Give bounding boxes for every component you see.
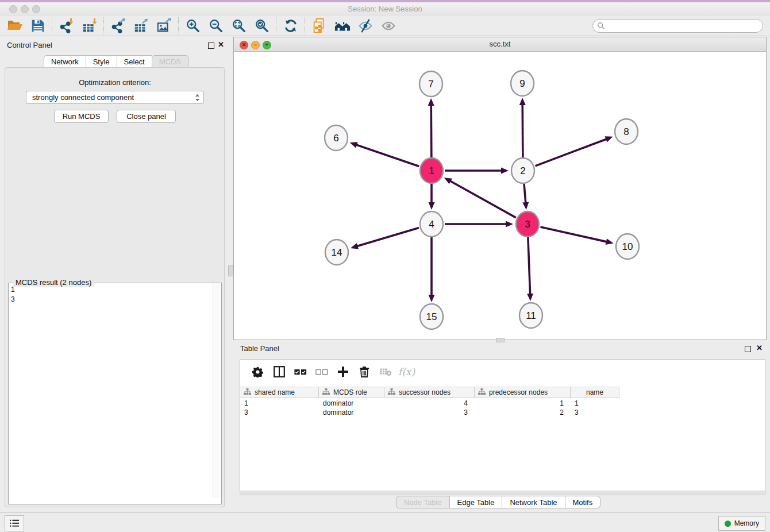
column-header-name[interactable]: name	[571, 387, 619, 398]
refresh-icon	[283, 18, 299, 34]
table-cell[interactable]: dominator	[319, 399, 384, 408]
table-cell[interactable]: 1	[475, 399, 571, 408]
table-settings-button[interactable]	[247, 362, 268, 381]
select-all-columns-button[interactable]	[290, 362, 311, 381]
tab-network-table[interactable]: Network Table	[502, 496, 565, 508]
import-table-button[interactable]	[78, 17, 101, 35]
deselect-all-columns-button[interactable]	[311, 362, 332, 381]
table-rows: 1dominator4113dominator323	[240, 399, 619, 417]
graph-edge-1-6[interactable]	[356, 145, 419, 167]
float-panel-icon[interactable]	[208, 43, 214, 49]
table-cell[interactable]: 2	[475, 408, 571, 417]
criterion-dropdown[interactable]: strongly connected component	[26, 91, 204, 104]
graph-edge-2-8[interactable]	[536, 139, 607, 166]
graph-node-3[interactable]: 3	[516, 211, 539, 237]
graph-edge-3-10[interactable]	[540, 227, 607, 242]
graph-node-11[interactable]: 11	[519, 303, 542, 328]
tab-node-table[interactable]: Node Table	[396, 496, 450, 508]
node-label: 10	[622, 241, 633, 252]
close-window-button[interactable]	[9, 5, 17, 13]
graph-node-8[interactable]: 8	[615, 119, 638, 144]
tab-style[interactable]: Style	[86, 55, 117, 68]
network-window-titlebar[interactable]: ✕ − + scc.txt	[234, 37, 766, 52]
graph-edge-arrowhead	[527, 294, 533, 301]
first-neighbors-button[interactable]	[331, 17, 354, 35]
column-header-predecessor-nodes[interactable]: predecessor nodes	[475, 387, 571, 398]
close-panel-icon[interactable]: ✕	[218, 41, 224, 49]
network-window-title: scc.txt	[234, 37, 766, 51]
column-header-label: predecessor nodes	[489, 388, 548, 396]
open-session-button[interactable]	[3, 17, 26, 35]
table-cell[interactable]: 3	[240, 408, 319, 417]
column-header-MCDS-role[interactable]: MCDS role	[319, 387, 384, 398]
graph-node-2[interactable]: 2	[511, 158, 534, 183]
graph-node-14[interactable]: 14	[325, 240, 348, 265]
search-input[interactable]	[605, 21, 751, 30]
table-cell[interactable]: 1	[571, 399, 619, 408]
network-maximize-button[interactable]: +	[263, 41, 271, 49]
apply-layout-button[interactable]	[279, 17, 302, 35]
tab-select[interactable]: Select	[117, 55, 152, 68]
graph-edge-3-11[interactable]	[528, 237, 530, 295]
graph-edge-3-1[interactable]	[449, 181, 515, 218]
graph-node-1[interactable]: 1	[420, 158, 443, 183]
zoom-in-button[interactable]	[182, 17, 205, 35]
table-cell[interactable]: 3	[571, 408, 619, 417]
graph-edge-1-7[interactable]	[431, 105, 432, 157]
graph-node-4[interactable]: 4	[420, 211, 443, 237]
new-network-from-selection-button[interactable]	[308, 17, 331, 35]
network-minimize-button[interactable]: −	[251, 41, 260, 49]
export-image-button[interactable]	[153, 17, 176, 35]
graph-node-9[interactable]: 9	[511, 71, 534, 96]
zoom-fit-button[interactable]	[228, 17, 251, 35]
open-folder-icon	[6, 17, 24, 34]
tab-edge-table[interactable]: Edge Table	[450, 496, 503, 508]
close-panel-button[interactable]: Close panel	[117, 110, 176, 123]
minimize-window-button[interactable]	[21, 5, 29, 13]
table-cell[interactable]: 4	[384, 399, 475, 408]
table-cell[interactable]: dominator	[319, 408, 384, 417]
table-cell[interactable]: 1	[240, 399, 319, 408]
result-scrollbar[interactable]	[213, 284, 221, 498]
column-header-successor-nodes[interactable]: successor nodes	[384, 387, 475, 398]
export-network-button[interactable]	[107, 17, 130, 35]
tab-motifs[interactable]: Motifs	[565, 496, 601, 508]
graph-node-10[interactable]: 10	[616, 234, 639, 259]
tab-network[interactable]: Network	[44, 55, 86, 68]
task-history-button[interactable]	[5, 515, 24, 531]
zoom-selected-button[interactable]	[251, 17, 274, 35]
graph-edge-4-14[interactable]	[357, 228, 419, 246]
delete-table-icon	[379, 367, 392, 376]
search-field[interactable]	[592, 19, 763, 33]
graph-node-7[interactable]: 7	[419, 71, 442, 97]
table-cell[interactable]: 3	[384, 408, 475, 417]
float-table-panel-icon[interactable]	[745, 346, 751, 352]
tab-mcds[interactable]: MCDS	[152, 55, 188, 68]
graph-node-6[interactable]: 6	[325, 125, 348, 151]
run-mcds-button[interactable]: Run MCDS	[54, 110, 109, 123]
network-canvas[interactable]: 7968124314101511	[234, 52, 766, 340]
graph-node-15[interactable]: 15	[420, 304, 443, 329]
close-table-panel-icon[interactable]: ✕	[756, 344, 763, 352]
node-label: 2	[520, 165, 525, 176]
memory-button[interactable]: Memory	[718, 516, 765, 531]
table-footer-strip	[240, 491, 765, 495]
zoom-out-button[interactable]	[205, 17, 228, 35]
delete-table-button-disabled[interactable]	[375, 362, 396, 381]
column-browser-button[interactable]	[268, 362, 290, 381]
import-network-button[interactable]	[55, 17, 78, 35]
function-builder-button-disabled[interactable]: f(x)	[396, 362, 417, 381]
network-close-button[interactable]: ✕	[240, 41, 248, 49]
export-table-button[interactable]	[130, 17, 153, 35]
graph-edge-2-3[interactable]	[524, 184, 526, 203]
table-tabs: Node TableEdge TableNetwork TableMotifs	[396, 496, 600, 508]
zoom-window-button[interactable]	[32, 5, 40, 13]
save-session-button[interactable]	[26, 17, 49, 35]
hide-selected-button[interactable]	[354, 17, 377, 35]
show-all-button[interactable]	[377, 17, 400, 35]
delete-columns-button[interactable]	[353, 362, 375, 381]
column-header-shared-name[interactable]: shared name	[240, 387, 319, 398]
graph-edge-2-9[interactable]	[522, 104, 523, 157]
create-column-button[interactable]	[332, 362, 353, 381]
node-label: 1	[429, 165, 434, 176]
